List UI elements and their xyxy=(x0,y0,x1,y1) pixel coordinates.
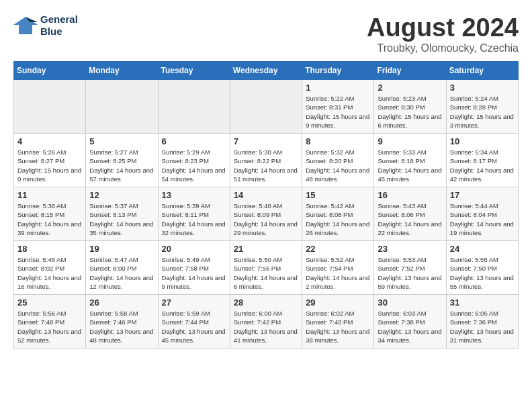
calendar-cell: 21Sunrise: 5:50 AMSunset: 7:56 PMDayligh… xyxy=(230,241,302,295)
day-number: 1 xyxy=(306,83,370,93)
day-info: Sunrise: 6:00 AMSunset: 7:42 PMDaylight:… xyxy=(234,309,298,345)
day-info: Sunrise: 5:52 AMSunset: 7:54 PMDaylight:… xyxy=(306,255,370,291)
calendar-cell: 13Sunrise: 5:39 AMSunset: 8:11 PMDayligh… xyxy=(158,187,230,241)
calendar-cell: 29Sunrise: 6:02 AMSunset: 7:40 PMDayligh… xyxy=(302,295,374,349)
day-number: 25 xyxy=(17,298,82,308)
logo: General Blue xyxy=(13,13,78,38)
day-info: Sunrise: 6:02 AMSunset: 7:40 PMDaylight:… xyxy=(306,309,370,345)
calendar-cell: 1Sunrise: 5:22 AMSunset: 8:31 PMDaylight… xyxy=(302,80,374,134)
day-number: 7 xyxy=(234,136,298,146)
day-info: Sunrise: 5:23 AMSunset: 8:30 PMDaylight:… xyxy=(378,94,442,130)
logo-text: General Blue xyxy=(40,13,78,38)
day-info: Sunrise: 5:27 AMSunset: 8:25 PMDaylight:… xyxy=(89,148,154,183)
col-header-monday: Monday xyxy=(86,62,158,80)
calendar-cell: 15Sunrise: 5:42 AMSunset: 8:08 PMDayligh… xyxy=(302,187,374,241)
svg-marker-0 xyxy=(13,17,38,34)
calendar-title: August 2024 xyxy=(367,13,519,42)
day-number: 10 xyxy=(450,136,515,146)
calendar-cell: 10Sunrise: 5:34 AMSunset: 8:17 PMDayligh… xyxy=(446,134,518,187)
day-number: 16 xyxy=(378,190,442,200)
calendar-table: SundayMondayTuesdayWednesdayThursdayFrid… xyxy=(13,61,519,349)
day-number: 24 xyxy=(450,244,515,254)
day-number: 28 xyxy=(234,298,298,308)
day-info: Sunrise: 5:32 AMSunset: 8:20 PMDaylight:… xyxy=(306,148,370,183)
day-info: Sunrise: 5:37 AMSunset: 8:13 PMDaylight:… xyxy=(89,201,154,237)
day-info: Sunrise: 5:56 AMSunset: 7:48 PMDaylight:… xyxy=(17,309,82,345)
col-header-friday: Friday xyxy=(374,62,446,80)
col-header-tuesday: Tuesday xyxy=(158,62,230,80)
day-number: 27 xyxy=(162,298,226,308)
calendar-cell: 25Sunrise: 5:56 AMSunset: 7:48 PMDayligh… xyxy=(14,295,86,349)
day-info: Sunrise: 5:50 AMSunset: 7:56 PMDaylight:… xyxy=(234,255,298,291)
col-header-sunday: Sunday xyxy=(14,62,86,80)
calendar-cell: 28Sunrise: 6:00 AMSunset: 7:42 PMDayligh… xyxy=(230,295,302,349)
day-number: 19 xyxy=(89,244,154,254)
day-info: Sunrise: 5:47 AMSunset: 8:00 PMDaylight:… xyxy=(89,255,154,291)
calendar-cell: 16Sunrise: 5:43 AMSunset: 8:06 PMDayligh… xyxy=(374,187,446,241)
day-number: 14 xyxy=(234,190,298,200)
calendar-cell: 11Sunrise: 5:36 AMSunset: 8:15 PMDayligh… xyxy=(14,187,86,241)
col-header-wednesday: Wednesday xyxy=(230,62,302,80)
calendar-cell: 9Sunrise: 5:33 AMSunset: 8:18 PMDaylight… xyxy=(374,134,446,187)
day-info: Sunrise: 5:46 AMSunset: 8:02 PMDaylight:… xyxy=(17,255,82,291)
day-info: Sunrise: 5:29 AMSunset: 8:23 PMDaylight:… xyxy=(162,148,226,183)
day-number: 22 xyxy=(306,244,370,254)
header: General Blue August 2024 Troubky, Olomou… xyxy=(13,13,519,54)
day-number: 3 xyxy=(450,83,515,93)
calendar-cell: 27Sunrise: 5:59 AMSunset: 7:44 PMDayligh… xyxy=(158,295,230,349)
logo-icon xyxy=(13,15,38,36)
calendar-cell: 14Sunrise: 5:40 AMSunset: 8:09 PMDayligh… xyxy=(230,187,302,241)
day-number: 11 xyxy=(17,190,82,200)
day-number: 31 xyxy=(450,298,515,308)
day-info: Sunrise: 5:55 AMSunset: 7:50 PMDaylight:… xyxy=(450,255,515,291)
calendar-cell: 8Sunrise: 5:32 AMSunset: 8:20 PMDaylight… xyxy=(302,134,374,187)
day-info: Sunrise: 5:33 AMSunset: 8:18 PMDaylight:… xyxy=(378,148,442,183)
calendar-cell xyxy=(14,80,86,134)
day-info: Sunrise: 5:42 AMSunset: 8:08 PMDaylight:… xyxy=(306,201,370,237)
day-number: 30 xyxy=(378,298,442,308)
calendar-subtitle: Troubky, Olomoucky, Czechia xyxy=(367,42,519,54)
day-number: 29 xyxy=(306,298,370,308)
day-number: 5 xyxy=(89,136,154,146)
calendar-cell: 12Sunrise: 5:37 AMSunset: 8:13 PMDayligh… xyxy=(86,187,158,241)
day-info: Sunrise: 5:22 AMSunset: 8:31 PMDaylight:… xyxy=(306,94,370,130)
day-info: Sunrise: 5:24 AMSunset: 8:28 PMDaylight:… xyxy=(450,94,515,130)
calendar-cell: 2Sunrise: 5:23 AMSunset: 8:30 PMDaylight… xyxy=(374,80,446,134)
day-info: Sunrise: 5:53 AMSunset: 7:52 PMDaylight:… xyxy=(378,255,442,291)
calendar-cell: 5Sunrise: 5:27 AMSunset: 8:25 PMDaylight… xyxy=(86,134,158,187)
day-info: Sunrise: 5:58 AMSunset: 7:46 PMDaylight:… xyxy=(89,309,154,345)
day-number: 6 xyxy=(162,136,226,146)
calendar-cell: 3Sunrise: 5:24 AMSunset: 8:28 PMDaylight… xyxy=(446,80,518,134)
day-number: 2 xyxy=(378,83,442,93)
calendar-cell: 30Sunrise: 6:03 AMSunset: 7:38 PMDayligh… xyxy=(374,295,446,349)
calendar-cell: 24Sunrise: 5:55 AMSunset: 7:50 PMDayligh… xyxy=(446,241,518,295)
calendar-cell: 20Sunrise: 5:49 AMSunset: 7:58 PMDayligh… xyxy=(158,241,230,295)
day-number: 12 xyxy=(89,190,154,200)
day-info: Sunrise: 5:59 AMSunset: 7:44 PMDaylight:… xyxy=(162,309,226,345)
day-info: Sunrise: 5:34 AMSunset: 8:17 PMDaylight:… xyxy=(450,148,515,183)
day-number: 8 xyxy=(306,136,370,146)
calendar-cell: 23Sunrise: 5:53 AMSunset: 7:52 PMDayligh… xyxy=(374,241,446,295)
day-number: 23 xyxy=(378,244,442,254)
day-number: 9 xyxy=(378,136,442,146)
day-number: 13 xyxy=(162,190,226,200)
day-info: Sunrise: 5:30 AMSunset: 8:22 PMDaylight:… xyxy=(234,148,298,183)
calendar-cell: 26Sunrise: 5:58 AMSunset: 7:46 PMDayligh… xyxy=(86,295,158,349)
day-number: 20 xyxy=(162,244,226,254)
calendar-cell xyxy=(86,80,158,134)
calendar-cell: 31Sunrise: 6:05 AMSunset: 7:36 PMDayligh… xyxy=(446,295,518,349)
day-info: Sunrise: 5:39 AMSunset: 8:11 PMDaylight:… xyxy=(162,201,226,237)
day-info: Sunrise: 6:05 AMSunset: 7:36 PMDaylight:… xyxy=(450,309,515,345)
day-info: Sunrise: 5:26 AMSunset: 8:27 PMDaylight:… xyxy=(17,148,82,183)
calendar-cell: 19Sunrise: 5:47 AMSunset: 8:00 PMDayligh… xyxy=(86,241,158,295)
day-info: Sunrise: 6:03 AMSunset: 7:38 PMDaylight:… xyxy=(378,309,442,345)
calendar-cell: 17Sunrise: 5:44 AMSunset: 8:04 PMDayligh… xyxy=(446,187,518,241)
day-info: Sunrise: 5:36 AMSunset: 8:15 PMDaylight:… xyxy=(17,201,82,237)
calendar-cell: 18Sunrise: 5:46 AMSunset: 8:02 PMDayligh… xyxy=(14,241,86,295)
day-info: Sunrise: 5:43 AMSunset: 8:06 PMDaylight:… xyxy=(378,201,442,237)
day-number: 21 xyxy=(234,244,298,254)
day-number: 18 xyxy=(17,244,82,254)
calendar-cell: 6Sunrise: 5:29 AMSunset: 8:23 PMDaylight… xyxy=(158,134,230,187)
calendar-cell xyxy=(230,80,302,134)
title-area: August 2024 Troubky, Olomoucky, Czechia xyxy=(367,13,519,54)
